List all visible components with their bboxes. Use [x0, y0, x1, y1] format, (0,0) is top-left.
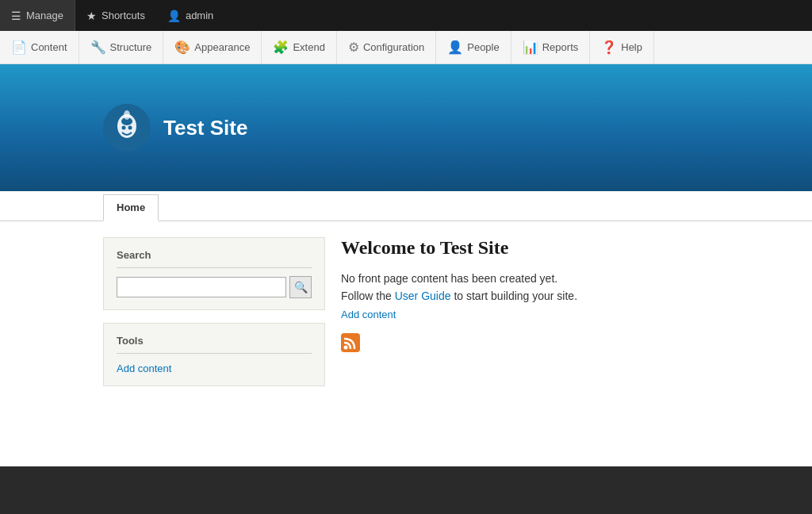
help-icon: ❓ [601, 40, 617, 55]
search-button[interactable]: 🔍 [289, 276, 312, 298]
content-add-content-link[interactable]: Add content [341, 309, 780, 320]
reports-icon: 📊 [523, 40, 538, 55]
search-row: 🔍 [117, 276, 312, 298]
content-line2-suffix: to start building your site. [451, 290, 578, 302]
content-icon: 📄 [11, 40, 27, 55]
hero-banner: Test Site [0, 64, 812, 191]
nav-label-configuration: Configuration [363, 41, 424, 53]
people-icon: 👤 [447, 40, 463, 55]
nav-bar: 📄 Content 🔧 Structure 🎨 Appearance 🧩 Ext… [0, 31, 812, 64]
nav-item-people[interactable]: 👤 People [436, 31, 511, 63]
nav-item-reports[interactable]: 📊 Reports [511, 31, 591, 63]
appearance-icon: 🎨 [174, 40, 190, 55]
tools-block: Tools Add content [103, 323, 325, 386]
user-icon: 👤 [167, 10, 181, 22]
nav-label-content: Content [31, 41, 67, 53]
manage-label: Manage [26, 10, 63, 21]
extend-icon: 🧩 [273, 40, 289, 55]
menu-icon: ☰ [11, 10, 21, 22]
rss-icon-container[interactable] [341, 333, 780, 355]
content-description: No front page content has been created y… [341, 270, 780, 305]
shortcuts-label: Shortcuts [102, 10, 145, 21]
page-title: Welcome to Test Site [341, 237, 780, 259]
nav-label-reports: Reports [542, 41, 579, 53]
nav-item-help[interactable]: ❓ Help [590, 31, 654, 63]
nav-item-structure[interactable]: 🔧 Structure [79, 31, 164, 63]
configuration-icon: ⚙ [348, 40, 359, 55]
nav-item-content[interactable]: 📄 Content [0, 31, 79, 63]
structure-icon: 🔧 [90, 40, 106, 55]
content-area: Welcome to Test Site No front page conte… [341, 237, 812, 412]
search-block-title: Search [117, 249, 312, 268]
drupal-logo [103, 104, 151, 152]
manage-button[interactable]: ☰ Manage [0, 0, 75, 31]
svg-point-3 [122, 126, 126, 130]
main-content: Search 🔍 Tools Add content Welcome to Te… [0, 221, 812, 428]
svg-rect-6 [341, 333, 360, 352]
site-name: Test Site [163, 116, 247, 140]
site-nav-home[interactable]: Home [103, 194, 159, 221]
admin-toolbar: ☰ Manage ★ Shortcuts 👤 admin [0, 0, 812, 31]
nav-label-structure: Structure [110, 41, 152, 53]
svg-point-5 [124, 110, 130, 120]
svg-point-4 [128, 126, 132, 130]
nav-label-help: Help [621, 41, 642, 53]
sidebar-add-content-link[interactable]: Add content [117, 362, 171, 374]
site-nav: Home [0, 191, 812, 221]
nav-label-appearance: Appearance [194, 41, 250, 53]
admin-user-button[interactable]: 👤 admin [156, 0, 224, 31]
site-logo-area: Test Site [103, 104, 812, 152]
nav-item-appearance[interactable]: 🎨 Appearance [163, 31, 262, 63]
star-icon: ★ [86, 10, 97, 22]
tools-block-title: Tools [117, 335, 312, 354]
user-guide-link[interactable]: User Guide [395, 290, 451, 302]
svg-point-7 [344, 345, 348, 349]
sidebar: Search 🔍 Tools Add content [103, 237, 325, 412]
footer [0, 466, 812, 514]
content-line2-prefix: Follow the [341, 290, 395, 302]
rss-icon [341, 333, 360, 352]
nav-item-extend[interactable]: 🧩 Extend [262, 31, 336, 63]
content-line1: No front page content has been created y… [341, 272, 557, 285]
search-input[interactable] [117, 277, 286, 297]
nav-item-configuration[interactable]: ⚙ Configuration [337, 31, 436, 63]
nav-label-people: People [467, 41, 499, 53]
admin-label: admin [186, 10, 213, 21]
search-block: Search 🔍 [103, 237, 325, 310]
shortcuts-button[interactable]: ★ Shortcuts [75, 0, 156, 31]
nav-label-extend: Extend [293, 41, 324, 53]
